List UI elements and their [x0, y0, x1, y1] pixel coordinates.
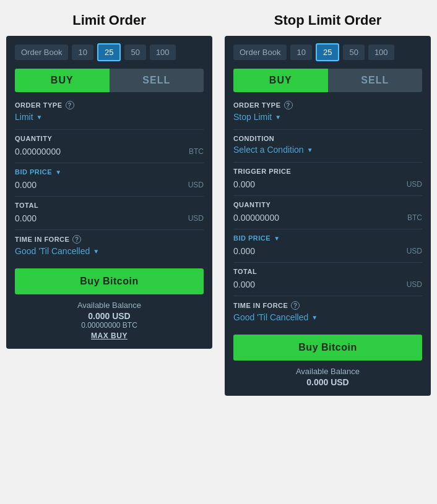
stop-limit-order-form: Order Book 10 25 50 100 BUY SELL ORDER T…	[225, 36, 431, 396]
buy-sell-toggle-left: BUY SELL	[15, 69, 204, 92]
buy-button-right[interactable]: BUY	[233, 69, 328, 92]
condition-dropdown-right[interactable]: Select a Condition ▼	[233, 145, 422, 155]
total-section-right: TOTAL USD	[233, 262, 422, 293]
max-buy-left[interactable]: MAX BUY	[15, 331, 204, 340]
bid-price-input-left[interactable]	[15, 180, 147, 190]
total-row-left: USD	[15, 211, 204, 227]
trigger-price-unit-right: USD	[407, 180, 422, 189]
stop-limit-order-panel: Stop Limit Order Order Book 10 25 50 100…	[218, 6, 437, 396]
quantity-label-right: QUANTITY	[233, 201, 422, 208]
quantity-input-right[interactable]	[233, 213, 366, 223]
bid-price-row-right: USD	[233, 244, 422, 260]
quantity-row-right: BTC	[233, 211, 422, 226]
limit-order-panel: Limit Order Order Book 10 25 50 100 BUY …	[0, 6, 218, 396]
trigger-price-input-right[interactable]	[233, 179, 366, 189]
condition-section-right: CONDITION Select a Condition ▼	[233, 129, 422, 160]
bid-price-arrow-left: ▼	[55, 169, 61, 176]
bid-price-unit-right: USD	[407, 247, 422, 255]
order-type-dropdown-right[interactable]: Stop Limit ▼	[233, 112, 422, 122]
balance-label-left: Available Balance	[15, 301, 204, 310]
condition-arrow-right: ▼	[307, 147, 313, 153]
order-type-help-right[interactable]: ?	[284, 101, 293, 109]
tif-label-left: TIME IN FORCE ?	[15, 235, 204, 244]
bid-price-section-right: BID PRICE ▼ USD	[233, 229, 422, 260]
order-type-arrow-right: ▼	[275, 114, 281, 121]
buy-sell-toggle-right: BUY SELL	[233, 69, 422, 92]
bid-price-row-left: USD	[15, 178, 204, 194]
orderbook-option-100-left[interactable]: 100	[150, 45, 176, 60]
sell-button-left[interactable]: SELL	[110, 69, 204, 92]
quantity-input-left[interactable]	[15, 147, 147, 156]
order-type-help-left[interactable]: ?	[66, 101, 74, 109]
orderbook-option-25-left[interactable]: 25	[97, 43, 121, 61]
order-type-label-right: ORDER TYPE ?	[233, 101, 422, 109]
tif-arrow-right: ▼	[311, 314, 318, 321]
buy-bitcoin-button-left[interactable]: Buy Bitcoin	[15, 268, 204, 294]
orderbook-row-left: Order Book 10 25 50 100	[15, 43, 204, 61]
total-label-left: TOTAL	[15, 202, 204, 209]
orderbook-label-right[interactable]: Order Book	[233, 45, 287, 60]
orderbook-option-100-right[interactable]: 100	[368, 45, 394, 60]
total-unit-left: USD	[188, 214, 204, 223]
balance-area-right: Available Balance 0.000 USD	[233, 367, 422, 387]
buy-bitcoin-button-right[interactable]: Buy Bitcoin	[233, 335, 422, 361]
bid-price-input-right[interactable]	[233, 246, 366, 256]
total-row-right: USD	[233, 278, 422, 293]
balance-usd-right: 0.000 USD	[233, 377, 422, 387]
order-type-section-right: ORDER TYPE ? Stop Limit ▼	[233, 101, 422, 127]
orderbook-option-50-right[interactable]: 50	[343, 45, 364, 60]
trigger-price-label-right: TRIGGER PRICE	[233, 168, 422, 175]
tif-help-right[interactable]: ?	[291, 301, 300, 310]
quantity-unit-right: BTC	[407, 213, 422, 222]
bid-price-label-left: BID PRICE ▼	[15, 168, 204, 176]
quantity-section-right: QUANTITY BTC	[233, 195, 422, 226]
quantity-unit-left: BTC	[189, 147, 204, 156]
trigger-price-section-right: TRIGGER PRICE USD	[233, 162, 422, 193]
total-unit-right: USD	[407, 280, 422, 289]
tif-label-right: TIME IN FORCE ?	[233, 301, 422, 310]
order-type-label-left: ORDER TYPE ?	[15, 101, 204, 109]
orderbook-option-10-left[interactable]: 10	[72, 45, 93, 60]
quantity-row-left: BTC	[15, 145, 204, 160]
quantity-label-left: QUANTITY	[15, 135, 204, 142]
buy-button-left[interactable]: BUY	[15, 69, 110, 92]
stop-limit-order-title: Stop Limit Order	[225, 6, 431, 36]
orderbook-option-10-right[interactable]: 10	[290, 45, 311, 60]
tif-arrow-left: ▼	[93, 248, 99, 255]
order-type-section-left: ORDER TYPE ? Limit ▼	[15, 101, 204, 127]
bid-price-unit-left: USD	[188, 181, 204, 189]
orderbook-label-left[interactable]: Order Book	[15, 45, 68, 60]
balance-usd-left: 0.000 USD	[15, 311, 204, 321]
total-input-left[interactable]	[15, 213, 147, 223]
condition-label-right: CONDITION	[233, 135, 422, 142]
total-input-right[interactable]	[233, 280, 366, 289]
tif-section-left: TIME IN FORCE ? Good 'Til Cancelled ▼	[15, 229, 204, 261]
order-type-arrow-left: ▼	[37, 114, 43, 121]
total-label-right: TOTAL	[233, 268, 422, 275]
total-section-left: TOTAL USD	[15, 196, 204, 227]
orderbook-option-25-right[interactable]: 25	[316, 43, 339, 61]
balance-area-left: Available Balance 0.000 USD 0.00000000 B…	[15, 301, 204, 340]
orderbook-row-right: Order Book 10 25 50 100	[233, 43, 422, 61]
tif-dropdown-right[interactable]: Good 'Til Cancelled ▼	[233, 312, 422, 322]
bid-price-section-left: BID PRICE ▼ USD	[15, 163, 204, 194]
limit-order-title: Limit Order	[6, 6, 212, 36]
limit-order-form: Order Book 10 25 50 100 BUY SELL ORDER T…	[6, 36, 212, 349]
tif-section-right: TIME IN FORCE ? Good 'Til Cancelled ▼	[233, 296, 422, 327]
tif-dropdown-left[interactable]: Good 'Til Cancelled ▼	[15, 246, 204, 256]
balance-btc-left: 0.00000000 BTC	[15, 321, 204, 330]
quantity-section-left: QUANTITY BTC	[15, 129, 204, 160]
sell-button-right[interactable]: SELL	[328, 69, 423, 92]
trigger-price-row-right: USD	[233, 177, 422, 193]
bid-price-arrow-right: ▼	[274, 235, 280, 242]
tif-help-left[interactable]: ?	[72, 235, 81, 244]
order-type-dropdown-left[interactable]: Limit ▼	[15, 112, 204, 122]
bid-price-label-right: BID PRICE ▼	[233, 234, 422, 242]
orderbook-option-50-left[interactable]: 50	[124, 45, 145, 60]
balance-label-right: Available Balance	[233, 367, 422, 376]
